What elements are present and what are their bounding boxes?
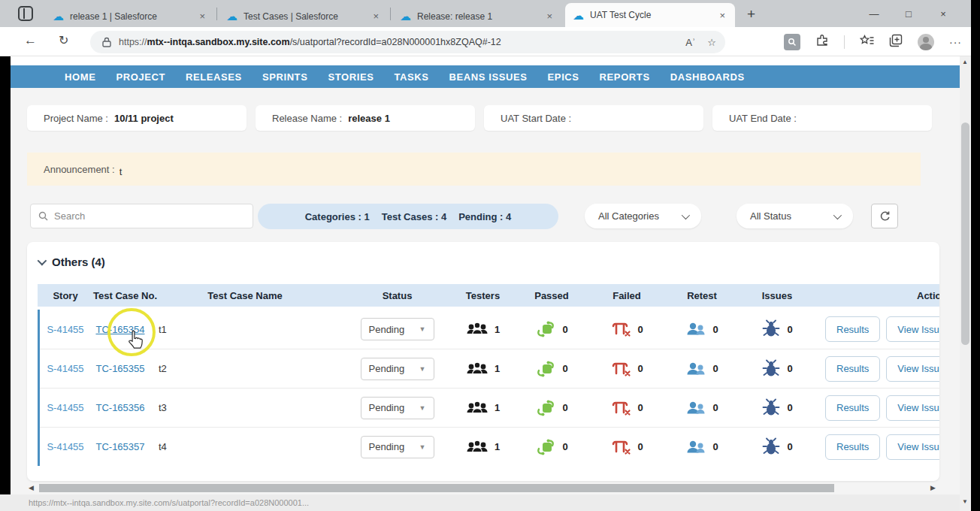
tab-close-icon[interactable]: ×: [371, 11, 381, 22]
nav-item-tasks[interactable]: TASKS: [394, 71, 428, 83]
test-case-link[interactable]: TC-165357: [95, 441, 144, 452]
story-link[interactable]: S-41455: [47, 363, 83, 374]
nav-item-home[interactable]: HOME: [65, 71, 95, 83]
favorites-icon[interactable]: [860, 35, 874, 50]
passed-icon: [535, 359, 556, 379]
scroll-up-icon[interactable]: ▲: [962, 59, 968, 65]
view-issues-button[interactable]: View Issues: [886, 356, 939, 382]
lock-icon: [102, 37, 111, 47]
retest-count: 0: [712, 441, 718, 452]
results-button[interactable]: Results: [825, 356, 880, 382]
announcement-label: Announcement :: [44, 164, 115, 175]
testers-count: 1: [495, 402, 500, 413]
uat-end-date-card: UAT End Date :: [712, 105, 932, 131]
vertical-scrollbar-thumb[interactable]: [961, 122, 969, 345]
test-case-link[interactable]: TC-165355: [95, 363, 144, 374]
search-box[interactable]: [30, 204, 253, 228]
tab-close-icon[interactable]: ×: [197, 11, 207, 22]
scroll-left-icon[interactable]: ◀: [29, 484, 34, 491]
tab-uat-test-cycle-active[interactable]: ☁ UAT Test Cycle ×: [565, 3, 735, 27]
vertical-scrollbar[interactable]: ▲ ▼: [960, 56, 971, 511]
testers-count: 1: [495, 324, 500, 335]
settings-more-icon[interactable]: ···: [949, 36, 962, 48]
pending-count: Pending : 4: [458, 211, 511, 222]
nav-item-dashboards[interactable]: DASHBOARDS: [670, 71, 745, 83]
retest-count: 0: [712, 324, 718, 335]
section-header[interactable]: Others (4): [38, 256, 105, 268]
view-issues-button[interactable]: View Issues: [886, 316, 939, 342]
refresh-list-button[interactable]: [871, 204, 898, 228]
nav-item-reports[interactable]: REPORTS: [600, 71, 650, 83]
window-close-button[interactable]: ×: [926, 0, 960, 27]
passed-icon: [535, 437, 556, 457]
extensions-icon[interactable]: [815, 34, 829, 50]
all-categories-dropdown[interactable]: All Categories: [585, 204, 701, 228]
tab-close-icon[interactable]: ×: [544, 11, 555, 22]
story-link[interactable]: S-41455: [47, 441, 83, 452]
all-status-dropdown[interactable]: All Status: [737, 204, 853, 228]
tab-release-1[interactable]: ☁ release 1 | Salesforce ×: [45, 5, 215, 27]
status-dropdown[interactable]: Pending ▼: [361, 436, 434, 458]
status-value: Pending: [369, 324, 405, 335]
new-tab-button[interactable]: +: [747, 6, 755, 23]
maximize-button[interactable]: □: [891, 0, 926, 27]
tab-close-icon[interactable]: ×: [717, 10, 727, 21]
test-case-link[interactable]: TC-165356: [95, 402, 144, 413]
nav-item-sprints[interactable]: SPRINTS: [262, 71, 308, 83]
all-status-value: All Status: [750, 210, 791, 222]
status-link-preview: https://mtx--intqa.sandbox.my.site.com/s…: [29, 498, 309, 507]
dropdown-arrow-icon: ▼: [419, 443, 426, 451]
story-link[interactable]: S-41455: [47, 324, 83, 335]
scroll-down-icon[interactable]: ▼: [962, 498, 968, 505]
collections-icon[interactable]: [889, 34, 903, 50]
announcement-banner: Announcement : t: [27, 153, 921, 186]
nav-item-project[interactable]: PROJECT: [116, 71, 165, 83]
collapse-chevron-icon[interactable]: [38, 256, 47, 266]
retest-icon: [685, 320, 706, 338]
results-button[interactable]: Results: [825, 395, 880, 421]
table-header-row: Story Test Case No. Test Case Name Statu…: [38, 284, 939, 307]
status-dropdown[interactable]: Pending ▼: [361, 318, 434, 340]
horizontal-scrollbar[interactable]: ◀ ▶: [11, 483, 960, 493]
col-passed: Passed: [514, 290, 589, 301]
nav-item-releases[interactable]: RELEASES: [186, 71, 242, 83]
results-button[interactable]: Results: [825, 316, 880, 342]
results-button[interactable]: Results: [825, 434, 880, 460]
tab-release-release-1[interactable]: ☁ Release: release 1 ×: [392, 5, 562, 27]
announcement-value: t: [119, 166, 122, 177]
extension-search-icon[interactable]: [784, 34, 800, 50]
letterbox-left: [0, 56, 11, 494]
testers-icon: [466, 321, 488, 337]
test-case-link[interactable]: TC-165354: [95, 324, 144, 335]
read-aloud-icon[interactable]: Aʾ: [685, 37, 695, 48]
nav-item-stories[interactable]: STORIES: [328, 71, 374, 83]
uat-end-date-label: UAT End Date :: [729, 113, 797, 124]
view-issues-button[interactable]: View Issues: [886, 434, 939, 460]
dropdown-arrow-icon: ▼: [419, 365, 426, 373]
status-dropdown[interactable]: Pending ▼: [361, 397, 434, 419]
status-dropdown[interactable]: Pending ▼: [361, 358, 434, 380]
testers-icon: [466, 400, 488, 416]
tab-title: Release: release 1: [417, 11, 540, 22]
address-bar[interactable]: https://mtx--intqa.sandbox.my.site.com/s…: [90, 31, 725, 53]
reload-button[interactable]: ↻: [59, 33, 68, 47]
view-issues-button[interactable]: View Issues: [886, 395, 939, 421]
horizontal-scrollbar-thumb[interactable]: [39, 484, 834, 492]
back-button[interactable]: ←: [24, 33, 37, 48]
add-favorite-icon[interactable]: ☆: [707, 37, 716, 48]
search-input[interactable]: [54, 210, 234, 222]
profile-avatar[interactable]: [918, 34, 934, 50]
minimize-button[interactable]: —: [857, 0, 891, 27]
info-row: Project Name : 10/11 project Release Nam…: [27, 105, 932, 131]
failed-count: 0: [637, 363, 643, 374]
tab-actions-menu-icon[interactable]: [18, 6, 33, 21]
story-link[interactable]: S-41455: [47, 402, 83, 413]
failed-count: 0: [637, 402, 643, 413]
scroll-right-icon[interactable]: ▶: [930, 484, 936, 491]
test-case-name: t1: [159, 324, 167, 335]
tab-test-cases[interactable]: ☁ Test Cases | Salesforce ×: [219, 5, 389, 27]
dropdown-arrow-icon: ▼: [419, 325, 426, 333]
nav-item-beans-issues[interactable]: BEANS ISSUES: [449, 71, 528, 83]
release-name-value: release 1: [348, 113, 390, 124]
nav-item-epics[interactable]: EPICS: [548, 71, 579, 83]
